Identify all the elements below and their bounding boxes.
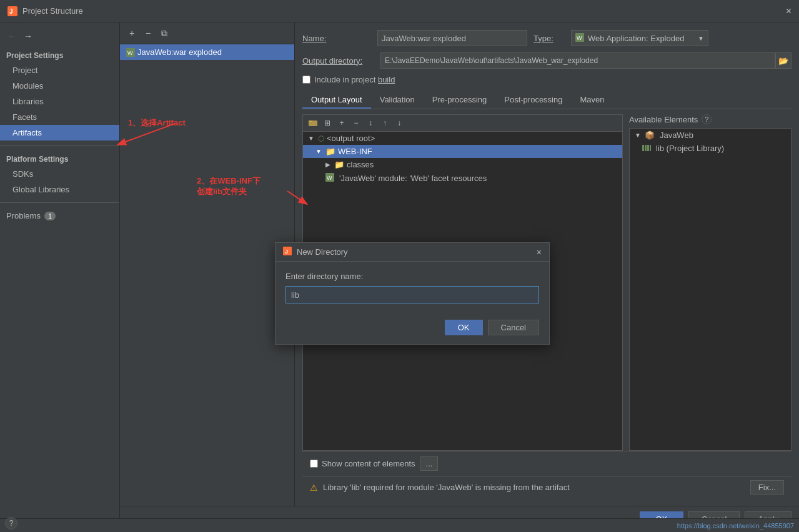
output-dir-row: Output directory: 📂 xyxy=(302,52,792,69)
output-dir-input[interactable] xyxy=(380,52,775,69)
app-icon: J xyxy=(7,6,17,16)
dialog-title-bar: J New Directory × xyxy=(275,243,549,262)
sidebar-divider xyxy=(0,145,119,146)
svg-rect-12 xyxy=(647,145,649,151)
tree-up-button[interactable]: ↑ xyxy=(379,117,391,129)
artifact-toolbar: + − ⧉ xyxy=(120,22,294,44)
tree-add-button[interactable]: + xyxy=(335,117,348,129)
warning-text: Library 'lib' required for module 'JavaW… xyxy=(323,483,745,492)
sidebar-item-global-libraries[interactable]: Global Libraries xyxy=(0,182,119,197)
tree-sort-button[interactable]: ↕ xyxy=(364,117,377,129)
help-button[interactable]: ? xyxy=(5,517,17,530)
sidebar-item-libraries[interactable]: Libraries xyxy=(0,94,119,109)
show-content-row[interactable]: Show content of elements xyxy=(310,459,415,468)
dialog-buttons: OK Cancel xyxy=(275,313,549,344)
sidebar-item-project[interactable]: Project xyxy=(0,62,119,78)
svg-rect-11 xyxy=(645,145,647,151)
warning-bar: ⚠ Library 'lib' required for module 'Jav… xyxy=(302,476,792,498)
window-title: Project Structure xyxy=(22,6,786,16)
sidebar-item-artifacts[interactable]: Artifacts xyxy=(0,125,119,140)
platform-settings-label: Platform Settings xyxy=(0,151,119,166)
copy-artifact-button[interactable]: ⧉ xyxy=(157,26,171,40)
include-build-checkbox[interactable] xyxy=(302,76,310,84)
fix-button[interactable]: Fix... xyxy=(750,480,784,495)
status-url: https://blog.csdn.net/weixin_44855907 xyxy=(677,522,794,530)
problems-row[interactable]: Problems 1 xyxy=(0,208,119,224)
sidebar: ← → Project Settings Project Modules Lib… xyxy=(0,22,120,532)
name-label: Name: xyxy=(302,34,371,43)
tab-validation[interactable]: Validation xyxy=(371,92,424,109)
tree-folder-button[interactable] xyxy=(307,117,319,129)
svg-rect-10 xyxy=(642,145,644,151)
svg-text:J: J xyxy=(285,249,288,255)
name-input[interactable] xyxy=(377,30,527,46)
nav-back-button[interactable]: ← xyxy=(5,30,19,42)
include-build-row: Include in project build xyxy=(302,75,792,84)
sidebar-item-facets[interactable]: Facets xyxy=(0,109,119,125)
bottom-bar: Show content of elements ... xyxy=(302,451,792,476)
project-settings-label: Project Settings xyxy=(0,47,119,62)
output-dir-label: Output directory: xyxy=(302,56,380,66)
tree-item-classes[interactable]: ▶ 📁 classes xyxy=(303,158,622,171)
tree-remove-button[interactable]: − xyxy=(350,117,362,129)
tab-maven[interactable]: Maven xyxy=(571,92,613,109)
tabs-bar: Output Layout Validation Pre-processing … xyxy=(302,92,792,109)
output-root-icon: ⬡ xyxy=(318,134,324,143)
dialog-title: J New Directory xyxy=(283,247,348,257)
dialog-ok-button[interactable]: OK xyxy=(445,320,483,335)
nav-forward-button[interactable]: → xyxy=(21,30,35,42)
folder-icon: 📁 xyxy=(325,147,335,156)
dialog-body: Enter directory name: xyxy=(275,262,549,313)
sidebar-divider-2 xyxy=(0,202,119,203)
dialog-icon: J xyxy=(283,247,292,257)
type-label: Type: xyxy=(533,34,565,43)
available-elements-panel: Available Elements ? ▼ 📦 JavaWeb xyxy=(629,114,792,451)
dialog-close-button[interactable]: × xyxy=(537,247,542,257)
tree-item-facet-resources[interactable]: W 'JavaWeb' module: 'Web' facet resource… xyxy=(303,171,622,185)
dialog-dir-input[interactable] xyxy=(285,286,539,303)
show-content-checkbox[interactable] xyxy=(310,460,318,468)
name-type-row: Name: Type: W Web Application: Exploded … xyxy=(302,30,792,46)
dialog-cancel-button[interactable]: Cancel xyxy=(488,320,539,335)
type-select-text: Web Application: Exploded xyxy=(588,34,698,43)
close-button[interactable]: × xyxy=(786,6,792,17)
resource-icon: W xyxy=(325,173,334,184)
available-elements-label: Available Elements ? xyxy=(629,114,792,124)
svg-rect-13 xyxy=(650,145,651,151)
svg-text:J: J xyxy=(9,8,13,15)
svg-rect-7 xyxy=(309,121,317,126)
output-dir-browse-button[interactable]: 📂 xyxy=(775,52,792,69)
dialog-dir-label: Enter directory name: xyxy=(285,272,539,281)
more-button[interactable]: ... xyxy=(420,456,439,471)
new-directory-dialog: J New Directory × Enter directory name: … xyxy=(275,242,550,345)
folder-browse-icon: 📂 xyxy=(778,56,788,66)
sidebar-item-sdks[interactable]: SDKs xyxy=(0,166,119,182)
type-select[interactable]: W Web Application: Exploded ▼ xyxy=(571,30,708,46)
tree-down-button[interactable]: ↓ xyxy=(393,117,405,129)
title-bar: J Project Structure × xyxy=(0,0,799,22)
artifact-item[interactable]: W JavaWeb:war exploded xyxy=(120,44,294,60)
expand-icon: ▼ xyxy=(635,132,641,139)
tab-output-layout[interactable]: Output Layout xyxy=(302,92,371,109)
available-item-javaweb[interactable]: ▼ 📦 JavaWeb xyxy=(630,129,791,142)
tab-post-processing[interactable]: Post-processing xyxy=(495,92,571,109)
available-tree: ▼ 📦 JavaWeb xyxy=(629,128,792,451)
tab-pre-processing[interactable]: Pre-processing xyxy=(424,92,495,109)
sidebar-item-modules[interactable]: Modules xyxy=(0,78,119,94)
library-icon xyxy=(642,144,651,153)
remove-artifact-button[interactable]: − xyxy=(141,26,155,40)
tree-layout-button[interactable]: ⊞ xyxy=(321,117,334,129)
web-app-icon: W xyxy=(575,33,584,44)
add-artifact-button[interactable]: + xyxy=(125,26,139,40)
svg-text:W: W xyxy=(127,50,133,56)
available-item-lib[interactable]: lib (Project Library) xyxy=(630,142,791,155)
module-icon: 📦 xyxy=(645,131,655,140)
tree-item-output-root[interactable]: ▼ ⬡ <output root> xyxy=(303,132,622,145)
nav-arrows: ← → xyxy=(0,27,119,47)
tree-item-web-inf[interactable]: ▼ 📁 WEB-INF xyxy=(303,145,622,158)
artifact-type-icon: W xyxy=(126,48,135,57)
type-select-arrow-icon: ▼ xyxy=(698,35,704,42)
help-available-icon[interactable]: ? xyxy=(702,114,712,124)
warning-icon: ⚠ xyxy=(310,483,318,493)
tree-toolbar: ⊞ + − ↕ ↑ ↓ xyxy=(303,115,622,132)
